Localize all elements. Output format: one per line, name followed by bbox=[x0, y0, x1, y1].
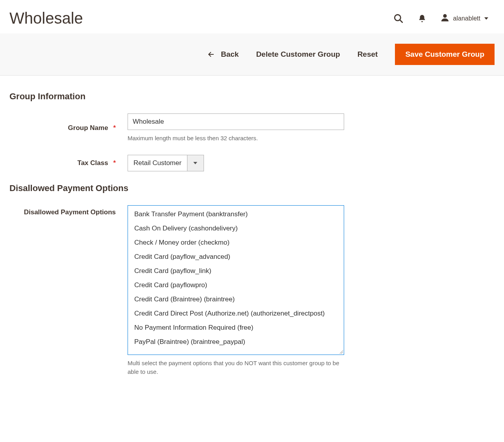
group-name-input[interactable] bbox=[128, 113, 344, 130]
fieldset-group-information: Group Information Group Name * Maximum l… bbox=[9, 91, 495, 171]
arrow-left-icon bbox=[207, 51, 215, 58]
payment-option[interactable]: Credit Card (payflow_advanced) bbox=[128, 250, 344, 264]
payment-option[interactable]: PayPal (Braintree) (braintree_paypal) bbox=[128, 335, 344, 349]
save-button[interactable]: Save Customer Group bbox=[395, 44, 495, 65]
payment-option[interactable]: Credit Card (payflowpro) bbox=[128, 278, 344, 292]
disallowed-payments-multiselect[interactable]: Bank Transfer Payment (banktransfer)Cash… bbox=[128, 205, 344, 355]
field-tax-class: Tax Class * Retail Customer bbox=[9, 155, 495, 171]
payment-option[interactable]: Credit Card (Braintree) (braintree) bbox=[128, 292, 344, 306]
content: Group Information Group Name * Maximum l… bbox=[0, 76, 504, 392]
resize-handle-icon bbox=[338, 349, 343, 354]
page-title: Wholesale bbox=[9, 9, 83, 27]
username: alanablett bbox=[453, 15, 480, 22]
fieldset-disallowed-payments: Disallowed Payment Options Disallowed Pa… bbox=[9, 183, 495, 377]
header-icons: alanablett bbox=[393, 13, 488, 24]
required-star-icon: * bbox=[113, 159, 116, 167]
payment-option[interactable]: Check / Money order (checkmo) bbox=[128, 236, 344, 250]
required-star-icon: * bbox=[113, 124, 116, 132]
back-button[interactable]: Back bbox=[207, 50, 239, 59]
payment-option[interactable]: No Payment Information Required (free) bbox=[128, 321, 344, 335]
label-tax-class: Tax Class * bbox=[9, 159, 128, 167]
field-disallowed-payments: Disallowed Payment Options Bank Transfer… bbox=[9, 205, 495, 377]
tax-class-select[interactable]: Retail Customer bbox=[128, 155, 204, 171]
notifications-icon[interactable] bbox=[418, 14, 426, 23]
user-icon bbox=[441, 13, 449, 24]
fieldset-legend-group-information: Group Information bbox=[9, 91, 495, 102]
fieldset-legend-disallowed-payments: Disallowed Payment Options bbox=[9, 183, 495, 193]
delete-button[interactable]: Delete Customer Group bbox=[256, 50, 340, 59]
svg-line-1 bbox=[400, 20, 402, 22]
group-name-note: Maximum length must be less then 32 char… bbox=[128, 134, 344, 143]
payment-option[interactable]: Cash On Delivery (cashondelivery) bbox=[128, 221, 344, 236]
reset-button[interactable]: Reset bbox=[358, 50, 378, 59]
svg-point-2 bbox=[443, 14, 447, 17]
chevron-down-icon bbox=[484, 17, 488, 20]
search-icon[interactable] bbox=[393, 13, 404, 24]
page-header: Wholesale alanablett bbox=[0, 0, 504, 33]
label-disallowed-payments: Disallowed Payment Options bbox=[9, 205, 128, 216]
toolbar: Back Delete Customer Group Reset Save Cu… bbox=[0, 33, 504, 76]
label-group-name: Group Name * bbox=[9, 124, 128, 132]
payment-option[interactable]: Credit Card (payflow_link) bbox=[128, 264, 344, 278]
disallowed-payments-note: Multi select the payment options that yo… bbox=[128, 359, 348, 377]
select-caret-box bbox=[187, 155, 204, 171]
field-group-name: Group Name * Maximum length must be less… bbox=[9, 113, 495, 143]
payment-option[interactable]: Credit Card Direct Post (Authorize.net) … bbox=[128, 306, 344, 321]
payment-option[interactable]: Bank Transfer Payment (banktransfer) bbox=[128, 207, 344, 221]
user-menu[interactable]: alanablett bbox=[441, 13, 488, 24]
chevron-down-icon bbox=[193, 162, 197, 164]
tax-class-selected-value: Retail Customer bbox=[128, 155, 187, 171]
